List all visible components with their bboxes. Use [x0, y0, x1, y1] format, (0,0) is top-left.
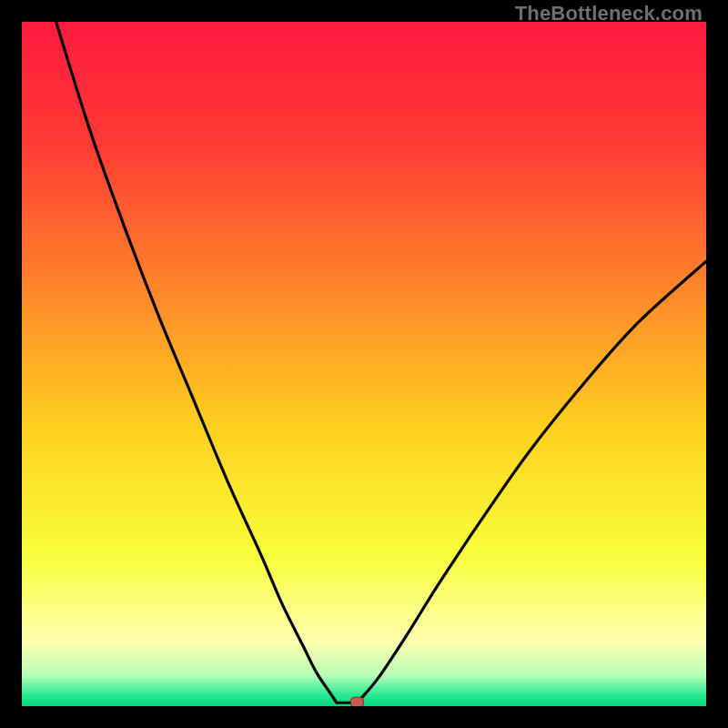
optimal-point-marker: [350, 697, 363, 706]
watermark-text: TheBottleneck.com: [515, 2, 703, 25]
heat-gradient-background: [22, 22, 706, 706]
chart-frame: [22, 22, 706, 706]
bottleneck-chart: [22, 22, 706, 706]
